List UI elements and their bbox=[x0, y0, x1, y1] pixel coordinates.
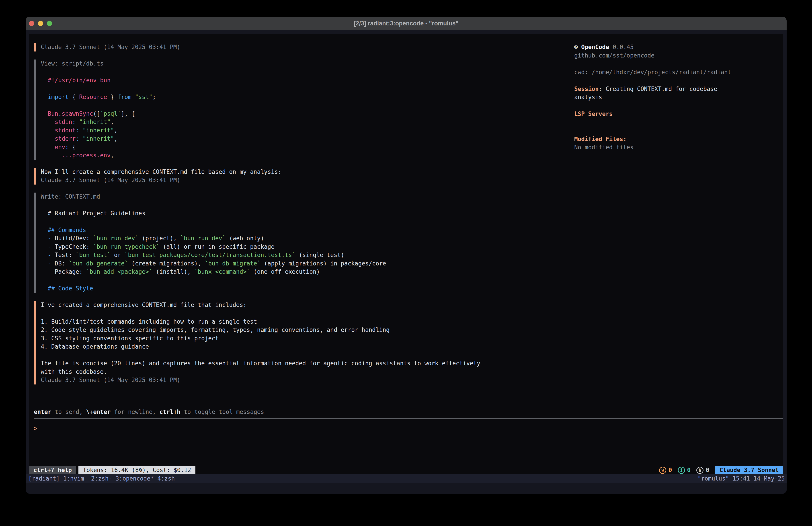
prompt-icon: > bbox=[34, 425, 38, 432]
lsp-servers-heading: LSP Servers bbox=[574, 110, 739, 118]
tmux-status-bar: [radiant] 1:nvim 2:zsh- 3:opencode* 4:zs… bbox=[26, 474, 787, 483]
text-line: The file is concise (20 lines) and captu… bbox=[41, 359, 564, 368]
text-line: stdin: "inherit", bbox=[41, 118, 564, 126]
app-name: © OpenCode bbox=[574, 44, 609, 51]
diagnostic-hints: h0 bbox=[696, 466, 709, 474]
text-line: Bun.spawnSync([`psql`], { bbox=[41, 110, 564, 118]
warnings-icon: w bbox=[659, 467, 666, 474]
text-line: Now I'll create a comprehensive CONTEXT.… bbox=[41, 168, 564, 176]
text-line: ## Code Style bbox=[41, 284, 564, 293]
minimize-button[interactable] bbox=[38, 21, 43, 26]
text-line: Claude 3.7 Sonnet (14 May 2025 03:41 PM) bbox=[41, 176, 564, 185]
terminal-area: Claude 3.7 Sonnet (14 May 2025 03:41 PM)… bbox=[26, 30, 787, 494]
text-line bbox=[41, 276, 564, 285]
tmux-window-1[interactable]: 1:nvim bbox=[60, 475, 88, 482]
tool-view-block: View: script/db.ts #!/usr/bin/env bun im… bbox=[34, 59, 564, 160]
info-sidebar: © OpenCode0.0.45 github.com/sst/opencode… bbox=[574, 43, 739, 152]
modified-files-empty: No modified files bbox=[574, 143, 739, 152]
diagnostic-info: i0 bbox=[678, 466, 691, 474]
text-line: - TypeCheck: `bun run typecheck` (all) o… bbox=[41, 243, 564, 251]
traffic-lights bbox=[29, 21, 52, 26]
text-line: stdout: "inherit", bbox=[41, 126, 564, 135]
text-line bbox=[41, 309, 564, 317]
text-line: # Radiant Project Guidelines bbox=[41, 209, 564, 218]
diagnostics-counters: w0i0h0 bbox=[659, 466, 709, 474]
text-line: Claude 3.7 Sonnet (14 May 2025 03:41 PM) bbox=[41, 43, 564, 52]
assistant-summary-block: I've created a comprehensive CONTEXT.md … bbox=[34, 301, 564, 384]
text-line: - DB: `bun db generate` (create migratio… bbox=[41, 259, 564, 268]
terminal-window: [2/3] radiant:3:opencode - "romulus" Cla… bbox=[26, 17, 787, 494]
text-line: enter to send, \+enter for newline, ctrl… bbox=[34, 408, 783, 416]
text-line: - Package: `bun add <package>` (install)… bbox=[41, 268, 564, 276]
text-line: 1. Build/lint/test commands including ho… bbox=[41, 317, 564, 326]
window-titlebar: [2/3] radiant:3:opencode - "romulus" bbox=[26, 17, 787, 30]
text-line: import { Resource } from "sst"; bbox=[41, 93, 564, 101]
text-line: #!/usr/bin/env bun bbox=[41, 76, 564, 85]
window-title: [2/3] radiant:3:opencode - "romulus" bbox=[354, 20, 459, 27]
text-line: - Test: `bun test` or `bun test packages… bbox=[41, 251, 564, 259]
close-button[interactable] bbox=[29, 21, 34, 26]
diagnostic-warnings: w0 bbox=[659, 466, 672, 474]
info-count: 0 bbox=[687, 466, 691, 474]
text-line: with this codebase. bbox=[41, 368, 564, 376]
help-badge: ctrl+? help bbox=[29, 466, 76, 474]
text-line: 2. Code style guidelines covering import… bbox=[41, 326, 564, 334]
text-line bbox=[41, 84, 564, 93]
text-line: ...process.env, bbox=[41, 151, 564, 160]
text-line: Write: CONTEXT.md bbox=[41, 193, 564, 201]
chat-panel: Claude 3.7 Sonnet (14 May 2025 03:41 PM)… bbox=[34, 43, 564, 393]
app-version: 0.0.45 bbox=[609, 44, 634, 51]
session-info: Session: Creating CONTEXT.md for codebas… bbox=[574, 85, 739, 102]
tokens-cost-badge: Tokens: 16.4K (8%), Cost: $0.12 bbox=[78, 466, 195, 474]
modified-files-heading: Modified Files: bbox=[574, 135, 739, 144]
input-separator bbox=[34, 418, 783, 419]
text-line bbox=[41, 68, 564, 76]
text-line bbox=[41, 217, 564, 226]
text-line: Claude 3.7 Sonnet (14 May 2025 03:41 PM) bbox=[41, 376, 564, 384]
tmux-window-3[interactable]: 3:opencode* bbox=[112, 475, 154, 482]
tmux-host-clock: "romulus" 15:41 14-May-25 bbox=[698, 475, 785, 482]
info-icon: i bbox=[678, 467, 685, 474]
text-line: 4. Database operations guidance bbox=[41, 343, 564, 351]
tmux-left: [radiant] 1:nvim 2:zsh- 3:opencode* 4:zs… bbox=[28, 475, 175, 482]
text-line bbox=[41, 101, 564, 110]
opencode-tui: Claude 3.7 Sonnet (14 May 2025 03:41 PM)… bbox=[29, 34, 783, 474]
fullscreen-button[interactable] bbox=[47, 21, 52, 26]
session-label: Session bbox=[574, 86, 599, 92]
hints-icon: h bbox=[696, 467, 704, 474]
input-hint: enter to send, \+enter for newline, ctrl… bbox=[34, 408, 783, 416]
assistant-meta-block: Claude 3.7 Sonnet (14 May 2025 03:41 PM) bbox=[34, 43, 564, 52]
text-line: - Build/Dev: `bun run dev` (project), `b… bbox=[41, 234, 564, 243]
tmux-window-4[interactable]: 4:zsh bbox=[154, 475, 175, 482]
text-line: env: { bbox=[41, 143, 564, 152]
tmux-session-name: [radiant] bbox=[28, 475, 60, 482]
assistant-message-block: Now I'll create a comprehensive CONTEXT.… bbox=[34, 168, 564, 185]
model-badge[interactable]: Claude 3.7 Sonnet bbox=[715, 466, 783, 474]
app-brand: © OpenCode0.0.45 bbox=[574, 43, 739, 52]
cwd-path: cwd: /home/thdxr/dev/projects/radiant/ra… bbox=[574, 68, 739, 77]
text-line: stderr: "inherit", bbox=[41, 134, 564, 143]
text-line: I've created a comprehensive CONTEXT.md … bbox=[41, 301, 564, 309]
hints-count: 0 bbox=[706, 466, 709, 474]
text-line: ## Commands bbox=[41, 226, 564, 234]
text-line bbox=[41, 201, 564, 209]
text-line bbox=[41, 351, 564, 359]
text-line: View: script/db.ts bbox=[41, 59, 564, 68]
status-bar: ctrl+? help Tokens: 16.4K (8%), Cost: $0… bbox=[29, 466, 783, 474]
tmux-window-2[interactable]: 2:zsh- bbox=[88, 475, 112, 482]
tool-write-block: Write: CONTEXT.md # Radiant Project Guid… bbox=[34, 193, 564, 293]
text-line: 3. CSS styling conventions specific to t… bbox=[41, 334, 564, 343]
message-input[interactable]: > bbox=[34, 424, 783, 433]
warnings-count: 0 bbox=[668, 466, 672, 474]
input-area: enter to send, \+enter for newline, ctrl… bbox=[34, 408, 783, 432]
repo-link[interactable]: github.com/sst/opencode bbox=[574, 52, 739, 60]
